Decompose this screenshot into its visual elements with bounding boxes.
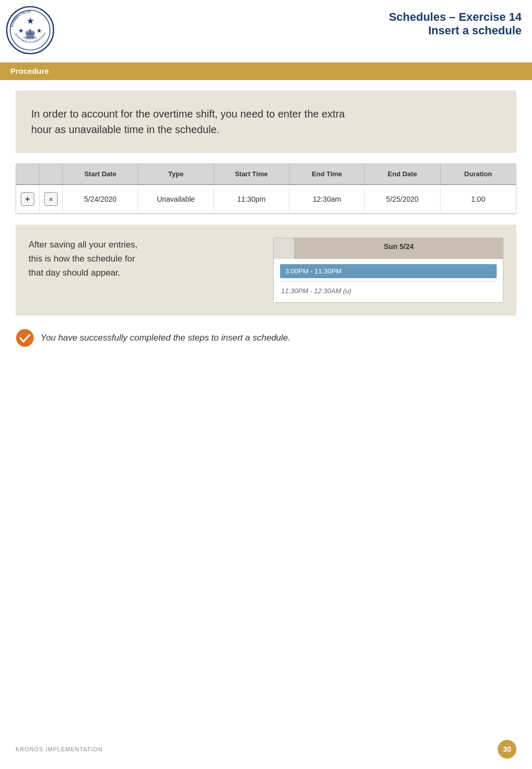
header-title: Schedules – Exercise 14 Insert a schedul… [389, 5, 522, 37]
action-plus-cell[interactable]: + [16, 185, 39, 213]
schedule-preview-body: 3:00PM - 11:30PM 11:30PM - 12:30AM (u) [274, 259, 503, 302]
col-header-action2 [39, 164, 63, 184]
schedule-preview-header: Sun 5/24 [274, 238, 503, 259]
schedule-table: Start Date Type Start Time End Time End … [16, 163, 516, 214]
success-text: You have successfully completed the step… [41, 333, 290, 343]
schedule-preview: Sun 5/24 3:00PM - 11:30PM 11:30PM - 12:3… [273, 238, 503, 303]
svg-rect-10 [29, 29, 31, 33]
logo-area: CONNECTICUT DEPARTMENT OF ADMINISTRATIVE… [5, 5, 62, 57]
success-check-icon [16, 329, 34, 347]
svg-point-11 [16, 329, 34, 347]
procedure-bar: Procedure [0, 62, 532, 80]
header: CONNECTICUT DEPARTMENT OF ADMINISTRATIVE… [0, 0, 532, 62]
schedule-time-block: 3:00PM - 11:30PM [280, 264, 497, 278]
col-header-type: Type [138, 164, 214, 184]
schedule-divider [280, 281, 497, 282]
add-row-button[interactable]: + [21, 192, 34, 206]
ct-seal-icon: CONNECTICUT DEPARTMENT OF ADMINISTRATIVE… [5, 5, 55, 55]
col-header-action1 [16, 164, 39, 184]
title-line1: Schedules – Exercise 14 [389, 10, 522, 24]
col-header-duration: Duration [441, 164, 516, 184]
info-text: After saving all your entries, this is h… [29, 238, 258, 280]
intro-text: In order to account for the overtime shi… [31, 106, 501, 137]
intro-box: In order to account for the overtime shi… [16, 90, 516, 153]
footer: KRONOS IMPLEMENTATION 30 [0, 740, 532, 759]
col-header-end-time: End Time [289, 164, 365, 184]
day-header: Sun 5/24 [295, 238, 503, 259]
footer-text: KRONOS IMPLEMENTATION [16, 746, 103, 752]
procedure-label: Procedure [10, 67, 49, 75]
start-date-cell: 5/24/2020 [63, 188, 138, 211]
table-header-row: Start Date Type Start Time End Time End … [16, 164, 516, 185]
action-delete-cell[interactable]: × [39, 185, 63, 213]
end-date-cell: 5/25/2020 [365, 188, 440, 211]
page-number: 30 [498, 740, 516, 759]
start-time-cell: 11:30pm [214, 188, 289, 211]
info-section: After saving all your entries, this is h… [16, 225, 516, 316]
type-cell: Unavailable [138, 188, 214, 211]
schedule-left-col [274, 238, 295, 259]
end-time-cell: 12:30am [289, 188, 365, 211]
svg-text:★: ★ [36, 28, 42, 34]
title-line2: Insert a schedule [389, 24, 522, 37]
table-row: + × 5/24/2020 Unavailable 11:30pm 12:30a… [16, 185, 516, 214]
col-header-end-date: End Date [365, 164, 440, 184]
col-header-start-time: Start Time [214, 164, 289, 184]
delete-row-button[interactable]: × [44, 192, 58, 206]
schedule-unavail-block: 11:30PM - 12:30AM (u) [280, 285, 497, 297]
svg-text:★: ★ [26, 16, 34, 26]
svg-text:★: ★ [18, 28, 24, 34]
col-header-start-date: Start Date [63, 164, 138, 184]
duration-cell: 1:00 [441, 188, 516, 211]
success-section: You have successfully completed the step… [16, 329, 516, 347]
